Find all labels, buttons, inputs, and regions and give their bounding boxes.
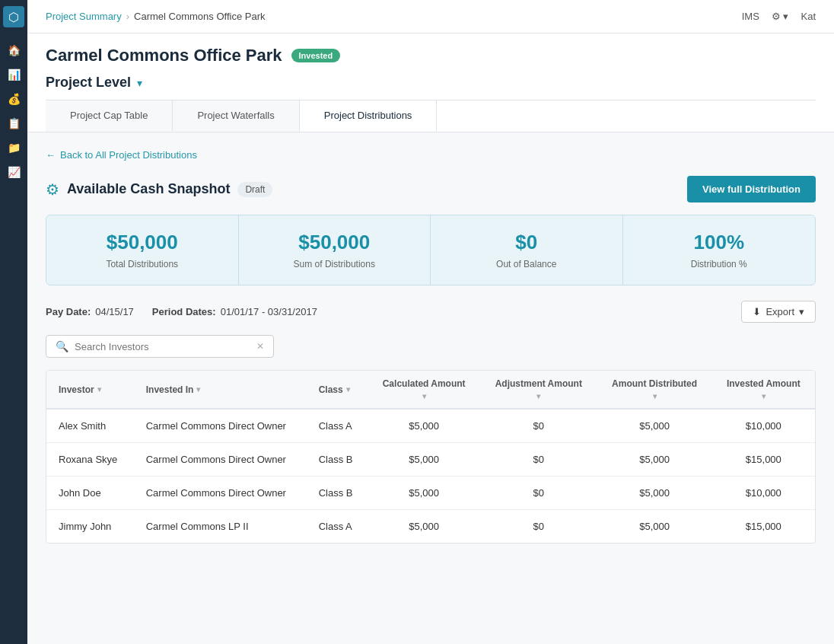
- search-icon: 🔍: [56, 340, 68, 352]
- pay-date-label: Pay Date:: [46, 306, 91, 317]
- sort-adjustment-icon: ▾: [536, 392, 540, 400]
- pay-date-value: 04/15/17: [95, 306, 134, 317]
- stat-pct-label: Distribution %: [635, 259, 804, 269]
- sort-class-icon: ▾: [346, 385, 350, 394]
- settings-icon[interactable]: ⚙ ▾: [772, 11, 789, 22]
- sort-distributed-icon: ▾: [653, 392, 657, 400]
- cell-invested-in: Carmel Commons LP II: [134, 510, 307, 544]
- snapshot-title-group: ⚙ Available Cash Snapshot Draft: [46, 180, 272, 199]
- stat-balance-value: $0: [443, 231, 610, 254]
- cell-distributed: $5,000: [597, 477, 712, 510]
- snapshot-icon: ⚙: [46, 180, 59, 199]
- cell-investor: John Doe: [46, 477, 134, 510]
- sidebar: ⬡ 🏠 📊 💰 📋 📁 📈: [0, 0, 27, 644]
- view-full-distribution-button[interactable]: View full Distribution: [687, 176, 816, 202]
- investor-table: Investor ▾ Invested In ▾: [46, 370, 816, 544]
- cell-adjustment: $0: [480, 477, 597, 510]
- cell-invested-in: Carmel Commons Direct Owner: [134, 477, 307, 510]
- cell-calculated: $5,000: [368, 510, 480, 544]
- pay-date-item: Pay Date: 04/15/17: [46, 306, 134, 317]
- cell-adjustment: $0: [480, 510, 597, 544]
- th-adjustment-amount[interactable]: Adjustment Amount ▾: [480, 371, 597, 409]
- tab-cap-table[interactable]: Project Cap Table: [46, 100, 173, 132]
- sidebar-dashboard-icon[interactable]: 📊: [3, 64, 24, 85]
- app-logo[interactable]: ⬡: [3, 6, 24, 27]
- cell-distributed: $5,000: [597, 443, 712, 477]
- sidebar-chart-icon[interactable]: 📈: [3, 161, 24, 183]
- export-icon: ⬇: [753, 306, 761, 317]
- meta-left: Pay Date: 04/15/17 Period Dates: 01/01/1…: [46, 306, 317, 317]
- breadcrumb-separator: ›: [126, 11, 129, 22]
- th-investor[interactable]: Investor ▾: [46, 371, 134, 409]
- export-button[interactable]: ⬇ Export ▾: [741, 301, 816, 323]
- sort-calculated-icon: ▾: [422, 392, 426, 400]
- cell-class: Class B: [307, 477, 368, 510]
- ims-menu[interactable]: IMS: [742, 11, 759, 22]
- stat-distribution-pct: 100% Distribution %: [623, 215, 816, 285]
- cell-distributed: $5,000: [597, 510, 712, 544]
- user-menu[interactable]: Kat: [801, 11, 816, 22]
- stat-balance-label: Out of Balance: [443, 259, 610, 269]
- search-box: 🔍 ✕: [46, 335, 274, 358]
- table-row: Jimmy John Carmel Commons LP II Class A …: [46, 510, 815, 544]
- export-label: Export: [766, 306, 794, 317]
- export-arrow: ▾: [799, 306, 804, 317]
- snapshot-title: Available Cash Snapshot: [67, 181, 230, 197]
- tab-waterfalls[interactable]: Project Waterfalls: [173, 100, 299, 132]
- search-clear-button[interactable]: ✕: [256, 341, 264, 352]
- period-label: Period Dates:: [152, 306, 216, 317]
- snapshot-header: ⚙ Available Cash Snapshot Draft View ful…: [46, 176, 816, 202]
- stat-sum-label: Sum of Distributions: [251, 259, 419, 269]
- sidebar-doc-icon[interactable]: 📋: [3, 113, 24, 134]
- cell-class: Class A: [307, 510, 368, 544]
- cell-invested: $10,000: [712, 477, 815, 510]
- cell-investor: Roxana Skye: [46, 443, 134, 477]
- stat-total-distributions: $50,000 Total Distributions: [46, 215, 239, 285]
- stat-total-value: $50,000: [59, 231, 226, 254]
- cell-invested: $15,000: [712, 510, 815, 544]
- cell-invested: $10,000: [712, 409, 815, 443]
- tab-distributions[interactable]: Project Distributions: [300, 100, 438, 132]
- stat-sum-distributions: $50,000 Sum of Distributions: [239, 215, 431, 285]
- th-invested-in[interactable]: Invested In ▾: [134, 371, 307, 409]
- sidebar-money-icon[interactable]: 💰: [3, 88, 24, 110]
- sort-investor-icon: ▾: [97, 385, 101, 394]
- th-amount-distributed[interactable]: Amount Distributed ▾: [597, 371, 712, 409]
- cell-adjustment: $0: [480, 409, 597, 443]
- stats-row: $50,000 Total Distributions $50,000 Sum …: [46, 215, 816, 285]
- search-input[interactable]: [75, 341, 250, 352]
- sort-invested-icon: ▾: [762, 392, 766, 400]
- stat-out-of-balance: $0 Out of Balance: [431, 215, 623, 285]
- topbar: Project Summary › Carmel Commons Office …: [27, 0, 834, 33]
- stat-total-label: Total Distributions: [59, 259, 226, 269]
- cell-calculated: $5,000: [368, 409, 480, 443]
- cell-investor: Jimmy John: [46, 510, 134, 544]
- main-content: Project Summary › Carmel Commons Office …: [27, 0, 834, 644]
- project-title: Carmel Commons Office Park: [46, 46, 282, 65]
- draft-badge: Draft: [237, 182, 272, 197]
- th-class[interactable]: Class ▾: [307, 371, 368, 409]
- cell-calculated: $5,000: [368, 443, 480, 477]
- cell-class: Class B: [307, 443, 368, 477]
- cell-calculated: $5,000: [368, 477, 480, 510]
- breadcrumb: Project Summary › Carmel Commons Office …: [46, 11, 265, 22]
- th-calculated-amount[interactable]: Calculated Amount ▾: [368, 371, 480, 409]
- breadcrumb-link[interactable]: Project Summary: [46, 11, 122, 22]
- topbar-right: IMS ⚙ ▾ Kat: [742, 11, 816, 22]
- back-arrow: ←: [46, 149, 56, 161]
- project-level-dropdown[interactable]: ▾: [137, 77, 142, 89]
- search-row: 🔍 ✕: [46, 335, 816, 358]
- th-invested-amount[interactable]: Invested Amount ▾: [712, 371, 815, 409]
- breadcrumb-current: Carmel Commons Office Park: [134, 11, 265, 22]
- invested-badge: Invested: [291, 49, 341, 62]
- sidebar-file-icon[interactable]: 📁: [3, 137, 24, 158]
- cell-adjustment: $0: [480, 443, 597, 477]
- sidebar-home-icon[interactable]: 🏠: [3, 40, 24, 61]
- cell-class: Class A: [307, 409, 368, 443]
- back-link[interactable]: ← Back to All Project Distributions: [46, 149, 197, 161]
- content-area: ← Back to All Project Distributions ⚙ Av…: [27, 132, 834, 644]
- period-dates-item: Period Dates: 01/01/17 - 03/31/2017: [152, 306, 317, 317]
- sort-invested-in-icon: ▾: [196, 385, 200, 394]
- page-header: Carmel Commons Office Park Invested Proj…: [27, 33, 834, 132]
- back-link-label[interactable]: Back to All Project Distributions: [60, 149, 197, 161]
